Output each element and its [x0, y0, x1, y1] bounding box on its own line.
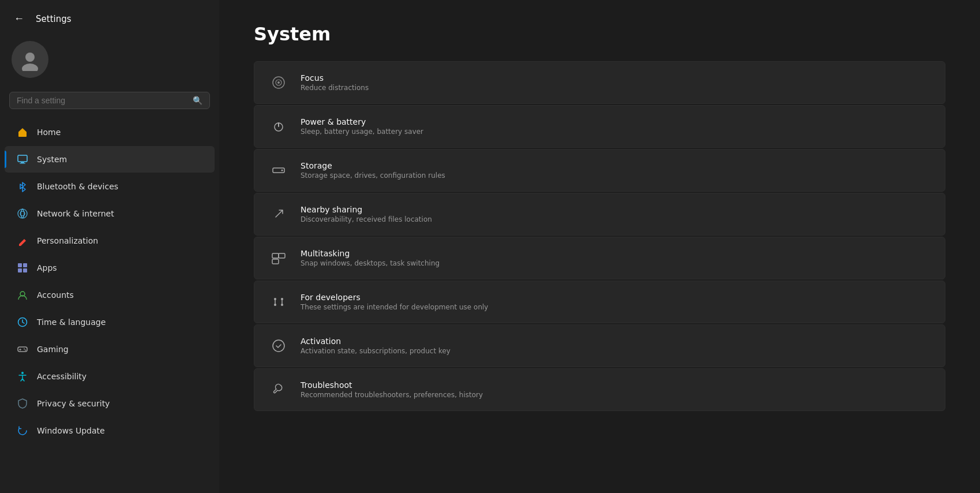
- time-icon: [16, 316, 29, 328]
- sidebar-item-label-home: Home: [37, 128, 61, 137]
- sidebar-item-label-apps: Apps: [37, 263, 57, 272]
- sidebar-item-time[interactable]: Time & language: [5, 309, 215, 335]
- gaming-icon: [16, 343, 29, 356]
- activation-text: ActivationActivation state, subscription…: [301, 337, 450, 355]
- privacy-icon: [16, 397, 29, 410]
- svg-rect-5: [18, 263, 22, 267]
- network-icon: [16, 207, 29, 220]
- sidebar-item-gaming[interactable]: Gaming: [5, 336, 215, 363]
- svg-rect-23: [272, 259, 279, 264]
- sidebar-item-update[interactable]: Windows Update: [5, 417, 215, 444]
- settings-item-multitasking[interactable]: MultitaskingSnap windows, desktops, task…: [254, 237, 945, 279]
- svg-point-14: [21, 372, 24, 374]
- settings-item-storage[interactable]: StorageStorage space, drives, configurat…: [254, 149, 945, 192]
- nav-list: HomeSystemBluetooth & devicesNetwork & i…: [0, 118, 219, 445]
- svg-point-12: [24, 349, 25, 350]
- sidebar-item-label-time: Time & language: [37, 318, 106, 327]
- svg-point-17: [277, 81, 280, 84]
- sidebar-item-bluetooth[interactable]: Bluetooth & devices: [5, 173, 215, 200]
- sidebar-item-label-bluetooth: Bluetooth & devices: [37, 182, 118, 191]
- activation-subtitle: Activation state, subscriptions, product…: [301, 347, 450, 355]
- sidebar-item-network[interactable]: Network & internet: [5, 200, 215, 227]
- storage-subtitle: Storage space, drives, configuration rul…: [301, 171, 445, 180]
- svg-rect-4: [20, 163, 25, 164]
- accessibility-icon: [16, 370, 29, 383]
- power-text: Power & batterySleep, battery usage, bat…: [301, 117, 423, 136]
- svg-point-29: [281, 304, 283, 306]
- svg-rect-2: [18, 155, 27, 162]
- main-content: System FocusReduce distractionsPower & b…: [219, 0, 980, 493]
- svg-point-26: [274, 298, 276, 300]
- accounts-icon: [16, 289, 29, 301]
- sidebar-item-accounts[interactable]: Accounts: [5, 282, 215, 308]
- avatar-area: [0, 32, 219, 87]
- svg-rect-8: [23, 268, 27, 272]
- power-icon: [268, 116, 289, 137]
- svg-rect-22: [279, 253, 285, 258]
- svg-point-30: [273, 340, 284, 352]
- developers-icon: [268, 292, 289, 312]
- storage-title: Storage: [301, 161, 445, 170]
- power-subtitle: Sleep, battery usage, battery saver: [301, 128, 423, 136]
- system-icon: [16, 153, 29, 166]
- settings-item-power[interactable]: Power & batterySleep, battery usage, bat…: [254, 105, 945, 148]
- sidebar-item-label-accounts: Accounts: [37, 290, 74, 300]
- sidebar-item-label-gaming: Gaming: [37, 345, 69, 354]
- home-icon: [16, 126, 29, 139]
- nearby-sharing-title: Nearby sharing: [301, 205, 432, 214]
- multitasking-icon: [268, 248, 289, 268]
- apps-icon: [16, 262, 29, 274]
- svg-rect-21: [272, 253, 279, 258]
- sidebar-item-label-system: System: [37, 155, 67, 164]
- sidebar-item-apps[interactable]: Apps: [5, 255, 215, 281]
- sidebar-item-personalization[interactable]: Personalization: [5, 227, 215, 254]
- search-input[interactable]: [17, 96, 193, 105]
- back-button[interactable]: ←: [9, 10, 29, 27]
- update-icon: [16, 424, 29, 437]
- settings-item-troubleshoot[interactable]: TroubleshootRecommended troubleshooters,…: [254, 368, 945, 411]
- svg-rect-6: [23, 263, 27, 267]
- settings-list: FocusReduce distractionsPower & batteryS…: [254, 61, 945, 411]
- power-title: Power & battery: [301, 117, 423, 126]
- developers-subtitle: These settings are intended for developm…: [301, 303, 488, 311]
- settings-item-activation[interactable]: ActivationActivation state, subscription…: [254, 324, 945, 367]
- focus-text: FocusReduce distractions: [301, 73, 369, 92]
- nearby-sharing-subtitle: Discoverability, received files location: [301, 215, 432, 223]
- sidebar: ← Settings 🔍 HomeSystemBluetooth & devic…: [0, 0, 219, 493]
- activation-icon: [268, 335, 289, 356]
- troubleshoot-subtitle: Recommended troubleshooters, preferences…: [301, 391, 483, 399]
- storage-icon: [268, 160, 289, 181]
- personalization-icon: [16, 234, 29, 247]
- sidebar-item-privacy[interactable]: Privacy & security: [5, 390, 215, 417]
- svg-point-27: [281, 298, 283, 300]
- focus-title: Focus: [301, 73, 369, 83]
- multitasking-title: Multitasking: [301, 249, 440, 258]
- app-title: Settings: [36, 14, 72, 24]
- troubleshoot-text: TroubleshootRecommended troubleshooters,…: [301, 380, 483, 399]
- nearby-sharing-icon: [268, 204, 289, 225]
- sidebar-item-label-network: Network & internet: [37, 209, 114, 218]
- multitasking-subtitle: Snap windows, desktops, task switching: [301, 259, 440, 267]
- sidebar-item-accessibility[interactable]: Accessibility: [5, 363, 215, 390]
- activation-title: Activation: [301, 337, 450, 346]
- sidebar-item-label-personalization: Personalization: [37, 236, 98, 245]
- search-box[interactable]: 🔍: [9, 92, 210, 109]
- troubleshoot-title: Troubleshoot: [301, 380, 483, 390]
- nearby-sharing-text: Nearby sharingDiscoverability, received …: [301, 205, 432, 223]
- settings-item-nearby-sharing[interactable]: Nearby sharingDiscoverability, received …: [254, 193, 945, 236]
- settings-item-focus[interactable]: FocusReduce distractions: [254, 61, 945, 104]
- svg-point-28: [274, 304, 276, 306]
- developers-title: For developers: [301, 293, 488, 302]
- svg-rect-7: [18, 268, 22, 272]
- avatar: [12, 41, 48, 78]
- sidebar-item-system[interactable]: System: [5, 146, 215, 173]
- multitasking-text: MultitaskingSnap windows, desktops, task…: [301, 249, 440, 267]
- svg-point-0: [25, 53, 35, 62]
- sidebar-item-label-update: Windows Update: [37, 426, 105, 435]
- svg-rect-3: [21, 162, 24, 163]
- svg-point-1: [22, 64, 38, 71]
- settings-item-developers[interactable]: For developersThese settings are intende…: [254, 281, 945, 323]
- developers-text: For developersThese settings are intende…: [301, 293, 488, 311]
- sidebar-item-home[interactable]: Home: [5, 119, 215, 145]
- sidebar-item-label-privacy: Privacy & security: [37, 399, 110, 408]
